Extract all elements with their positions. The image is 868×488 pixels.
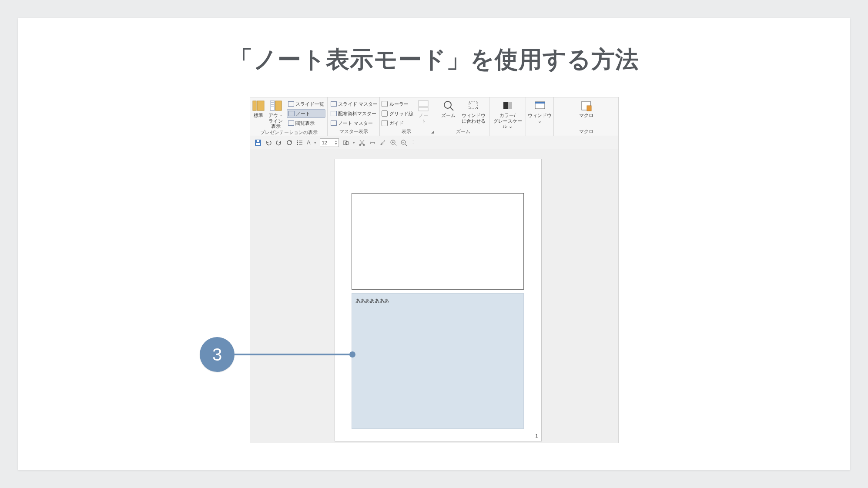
- handout-master-button[interactable]: 配布資料マスター: [329, 109, 379, 118]
- notes-text: あああああああ: [355, 298, 389, 303]
- view-normal-button[interactable]: 標準: [252, 99, 265, 118]
- ribbon-group-zoom: ズーム ウィンドウ に合わせる ズーム: [437, 97, 489, 136]
- slide-master-button[interactable]: スライド マスター: [329, 100, 379, 108]
- annotation-endpoint-dot: [349, 351, 355, 358]
- ribbon-group-presentation-views: 標準 アウトライン 表示 スライド一覧: [250, 97, 328, 136]
- checkbox-icon: [382, 120, 388, 126]
- powerpoint-window: 標準 アウトライン 表示 スライド一覧: [250, 97, 619, 443]
- svg-rect-13: [508, 102, 512, 109]
- bullets-icon[interactable]: [296, 139, 303, 146]
- ruler-checkbox[interactable]: ルーラー: [382, 100, 413, 108]
- svg-rect-20: [257, 140, 259, 142]
- slide-title: 「ノート表示モード」を使用する方法: [18, 44, 850, 76]
- macro-button[interactable]: マクロ: [576, 99, 596, 118]
- zoom-in-icon[interactable]: [390, 139, 397, 146]
- fit-to-window-button[interactable]: ウィンドウ に合わせる: [460, 99, 487, 124]
- zoom-button[interactable]: ズーム: [439, 99, 458, 118]
- window-dropdown-button[interactable]: ウィンドウ ⌄: [528, 99, 552, 124]
- step-number: 3: [212, 345, 222, 364]
- cut-icon[interactable]: [359, 139, 365, 146]
- chevron-down-icon[interactable]: ▾: [314, 140, 316, 145]
- view-outline-button[interactable]: アウトライン 表示: [267, 99, 285, 129]
- svg-rect-3: [275, 101, 282, 110]
- guides-checkbox[interactable]: ガイド: [382, 119, 413, 127]
- ribbon: 標準 アウトライン 表示 スライド一覧: [250, 97, 618, 136]
- view-slide-sorter-button[interactable]: スライド一覧: [287, 100, 325, 108]
- svg-rect-8: [419, 107, 428, 111]
- ribbon-group-macro: マクロ マクロ: [554, 97, 618, 136]
- step-badge: 3: [200, 337, 235, 372]
- svg-rect-0: [253, 101, 256, 110]
- page-number: 1: [535, 434, 538, 438]
- svg-rect-17: [587, 106, 591, 111]
- svg-point-26: [297, 144, 298, 144]
- svg-line-38: [405, 144, 407, 146]
- notes-pane-button[interactable]: ノー ト: [417, 99, 430, 124]
- notes-page-icon: [288, 111, 295, 116]
- svg-rect-12: [503, 102, 508, 109]
- svg-point-22: [297, 140, 298, 141]
- svg-point-9: [444, 101, 451, 108]
- font-label: A: [307, 139, 311, 146]
- ribbon-group-master-views: スライド マスター 配布資料マスター ノート マスター マスター表示: [328, 97, 380, 136]
- ribbon-group-color: カラー/ グレースケール ⌄: [489, 97, 526, 136]
- notes-pane-icon: [417, 100, 429, 112]
- ribbon-group-show: ルーラー グリッド線 ガイド: [380, 97, 437, 136]
- edit-icon[interactable]: [379, 139, 386, 146]
- repeat-icon[interactable]: [286, 139, 293, 146]
- svg-rect-1: [257, 101, 264, 110]
- shapes-icon[interactable]: [342, 139, 349, 146]
- macro-icon: [580, 100, 592, 112]
- color-swatch-icon: [502, 100, 514, 112]
- svg-line-34: [395, 144, 396, 146]
- overflow-icon[interactable]: ⋮: [411, 140, 416, 145]
- gridlines-checkbox[interactable]: グリッド線: [382, 109, 413, 118]
- svg-rect-7: [419, 100, 428, 107]
- svg-rect-2: [270, 101, 275, 110]
- chevron-down-icon[interactable]: ▾: [353, 140, 355, 145]
- fit-window-icon: [467, 100, 479, 112]
- dialog-launcher-icon[interactable]: ◢: [431, 130, 435, 134]
- svg-point-29: [345, 141, 349, 145]
- notes-page-canvas: あああああああ 1: [250, 149, 618, 443]
- view-notes-page-button[interactable]: ノート: [287, 109, 325, 118]
- svg-point-21: [287, 140, 292, 145]
- checkbox-icon: [382, 110, 388, 117]
- svg-rect-15: [535, 102, 545, 104]
- color-grayscale-button[interactable]: カラー/ グレースケール ⌄: [493, 99, 523, 129]
- spinner-icon: ▲▼: [335, 140, 338, 145]
- handout-master-icon: [331, 111, 337, 116]
- slide-thumbnail-placeholder[interactable]: [352, 193, 524, 290]
- font-size-input[interactable]: 12 ▲▼: [320, 138, 339, 147]
- annotation-line: [235, 354, 350, 355]
- checkbox-icon: [382, 101, 388, 107]
- ribbon-group-window: ウィンドウ ⌄: [526, 97, 554, 136]
- slide-master-icon: [331, 101, 337, 107]
- notes-master-icon: [331, 120, 337, 126]
- svg-point-24: [297, 142, 298, 143]
- notes-page-sheet[interactable]: あああああああ 1: [335, 159, 542, 441]
- svg-line-10: [450, 107, 453, 110]
- undo-icon[interactable]: [265, 139, 272, 146]
- reading-view-icon: [288, 120, 294, 126]
- save-icon[interactable]: [255, 139, 261, 146]
- align-icon[interactable]: [369, 139, 376, 146]
- slide-sorter-icon: [288, 101, 294, 107]
- view-reading-button[interactable]: 閲覧表示: [287, 119, 325, 127]
- notes-master-button[interactable]: ノート マスター: [329, 119, 379, 127]
- zoom-icon: [442, 100, 455, 112]
- redo-icon[interactable]: [275, 139, 282, 146]
- view-outline-icon: [270, 100, 282, 112]
- view-normal-icon: [252, 100, 265, 112]
- notes-text-placeholder[interactable]: あああああああ: [352, 293, 524, 429]
- quick-access-toolbar: A ▾ 12 ▲▼ ▾ ⋮: [250, 136, 618, 149]
- zoom-out-icon[interactable]: [400, 139, 407, 146]
- tutorial-slide: 「ノート表示モード」を使用する方法 標準: [18, 18, 850, 470]
- window-icon: [534, 100, 546, 112]
- svg-rect-19: [256, 143, 260, 145]
